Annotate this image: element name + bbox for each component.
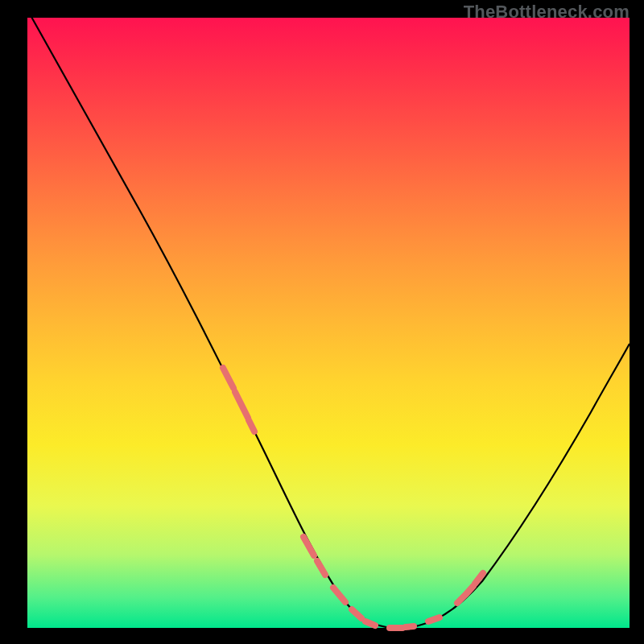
marker-dash [352,609,361,618]
marker-group-right-arm [457,573,483,603]
watermark-text: TheBottleneck.com [464,2,630,23]
marker-dash [457,596,464,603]
bottleneck-curve [27,10,630,628]
marker-dash [223,368,233,388]
marker-dash [406,626,414,627]
marker-dash [303,537,314,555]
marker-dash [365,621,375,625]
chart-outer-frame: TheBottleneck.com [0,0,644,644]
chart-svg [27,18,630,628]
marker-dash [317,561,325,575]
marker-dash [235,392,248,418]
marker-dash [249,420,254,431]
marker-group-valley [303,537,440,628]
marker-dash [428,617,440,621]
marker-dash [333,588,345,602]
marker-group-left-arm [223,368,254,431]
